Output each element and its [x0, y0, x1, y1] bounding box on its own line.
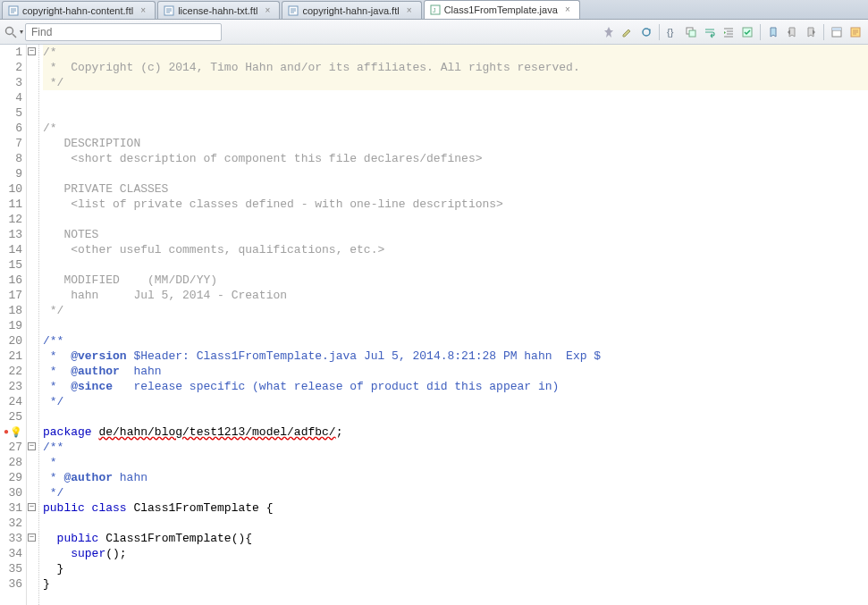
check-button[interactable]	[738, 23, 756, 41]
code-line[interactable]	[43, 409, 868, 424]
fold-toggle[interactable]: −	[28, 503, 36, 511]
code-token-comment: PRIVATE CLASSES	[43, 182, 168, 196]
search-icon[interactable]	[4, 25, 18, 39]
code-token-doc: */	[43, 486, 63, 500]
code-token-doc: *	[43, 365, 71, 378]
copy-block-button[interactable]	[682, 23, 700, 41]
code-line[interactable]: public class Class1FromTemplate {	[43, 500, 868, 516]
code-line[interactable]: PRIVATE CLASSES	[43, 181, 868, 197]
code-line[interactable]: */	[43, 485, 868, 500]
code-line[interactable]	[43, 90, 868, 105]
ftl-file-icon	[164, 5, 174, 16]
code-line[interactable]	[43, 212, 868, 227]
code-line[interactable]: * Copyright (c) 2014, Timo Hahn and/or i…	[43, 60, 868, 75]
code-line[interactable]: <other useful comments, qualifications, …	[43, 242, 868, 257]
wrap-button[interactable]	[701, 23, 719, 41]
code-token-comment: */	[43, 76, 63, 89]
code-line[interactable]: public Class1FromTemplate(){	[43, 531, 868, 546]
code-line[interactable]: MODIFIED (MM/DD/YY)	[43, 273, 868, 288]
line-number: 36	[5, 576, 22, 592]
tab-bar: copyright-hahn-content.ftl×license-hahn-…	[0, 0, 868, 20]
line-number: 14	[5, 242, 22, 257]
code-line[interactable]: */	[43, 303, 868, 318]
separator	[659, 24, 660, 40]
code-token-comment: MODIFIED (MM/DD/YY)	[43, 273, 217, 287]
code-token-plain: }	[43, 577, 50, 591]
fold-toggle[interactable]: −	[28, 47, 36, 55]
code-line[interactable]: }	[43, 576, 868, 592]
java-file-icon: J	[430, 4, 441, 15]
line-number: 4	[5, 90, 22, 105]
code-token-doc: hahn	[120, 365, 162, 378]
code-line[interactable]: * @since release specific (what release …	[43, 379, 868, 394]
code-line[interactable]: /*	[43, 121, 868, 136]
code-token-kw: package	[43, 425, 92, 439]
code-line[interactable]: <short description of component this fil…	[43, 151, 868, 166]
line-number: 5	[5, 105, 22, 121]
close-icon[interactable]: ×	[405, 6, 414, 15]
line-number: 2	[5, 60, 22, 75]
line-number: 11	[5, 197, 22, 212]
copy-block-icon	[685, 26, 697, 38]
tab-copyright-hahn-content-ftl[interactable]: copyright-hahn-content.ftl×	[2, 1, 156, 19]
close-icon[interactable]: ×	[139, 6, 147, 15]
code-line[interactable]: }	[43, 561, 868, 576]
code-line[interactable]: /**	[43, 440, 868, 455]
layout-button[interactable]	[828, 23, 846, 41]
bookmark-button[interactable]	[764, 23, 782, 41]
code-token-plain: Class1FromTemplate {	[127, 501, 274, 515]
refresh-button[interactable]	[637, 23, 655, 41]
code-area[interactable]: /* * Copyright (c) 2014, Timo Hahn and/o…	[39, 45, 868, 605]
code-token-comment: */	[43, 304, 63, 317]
code-line[interactable]	[43, 516, 868, 531]
search-dropdown-icon[interactable]: ▾	[20, 28, 23, 36]
code-line[interactable]: *	[43, 455, 868, 470]
pin-button[interactable]	[600, 23, 618, 41]
code-line[interactable]: */	[43, 394, 868, 409]
code-line[interactable]: hahn Jul 5, 2014 - Creation	[43, 288, 868, 303]
close-icon[interactable]: ×	[563, 5, 572, 14]
indent-button[interactable]	[720, 23, 737, 41]
svg-point-14	[6, 27, 13, 34]
page-button[interactable]	[847, 23, 864, 41]
line-number: 28	[5, 455, 22, 470]
fold-toggle[interactable]: −	[28, 442, 36, 450]
code-line[interactable]: * @author hahn	[43, 364, 868, 379]
code-line[interactable]	[43, 105, 868, 121]
code-line[interactable]	[43, 318, 868, 333]
line-number: 31	[5, 500, 22, 516]
code-line[interactable]: DESCRIPTION	[43, 136, 868, 151]
code-line[interactable]	[43, 166, 868, 181]
code-line[interactable]: super();	[43, 546, 868, 561]
tab-class1fromtemplate-java[interactable]: JClass1FromTemplate.java×	[424, 0, 580, 19]
code-line[interactable]: <list of private classes defined - with …	[43, 197, 868, 212]
indent-icon	[722, 26, 735, 38]
code-line[interactable]: /*	[43, 45, 868, 60]
code-line[interactable]: /**	[43, 333, 868, 349]
find-input[interactable]	[25, 23, 222, 41]
code-editor[interactable]: 1234567891011121314151617181920212223242…	[0, 45, 868, 605]
tab-label: copyright-hahn-java.ftl	[302, 5, 399, 16]
tab-copyright-hahn-java-ftl[interactable]: copyright-hahn-java.ftl×	[282, 1, 421, 19]
prev-bm-button[interactable]	[783, 23, 801, 41]
line-number: 12	[5, 212, 22, 227]
braces-icon: {}	[666, 26, 678, 38]
close-icon[interactable]: ×	[263, 6, 272, 15]
code-token-doc: /**	[43, 334, 63, 348]
code-line[interactable]: */	[43, 75, 868, 90]
code-line[interactable]: package de/hahn/blog/test1213/model/adfb…	[43, 424, 868, 440]
line-number: 24	[5, 394, 22, 409]
line-number: 15	[5, 257, 22, 273]
code-line[interactable]: NOTES	[43, 227, 868, 242]
code-token-comment: NOTES	[43, 228, 98, 241]
tab-license-hahn-txt-ftl[interactable]: license-hahn-txt.ftl×	[157, 1, 280, 19]
code-line[interactable]: * @author hahn	[43, 470, 868, 485]
highlight-button[interactable]	[619, 23, 636, 41]
fold-toggle[interactable]: −	[28, 534, 36, 542]
braces-button[interactable]: {}	[663, 23, 681, 41]
code-token-doctag: @author	[63, 471, 113, 484]
code-line[interactable]	[43, 257, 868, 273]
code-token-doc: /**	[43, 441, 63, 454]
next-bm-button[interactable]	[802, 23, 820, 41]
code-line[interactable]: * @version $Header: Class1FromTemplate.j…	[43, 349, 868, 364]
